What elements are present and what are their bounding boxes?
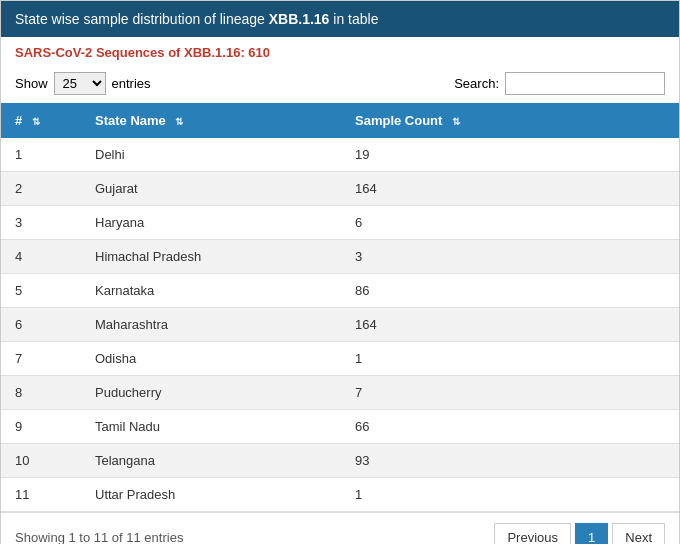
header-row: # ⇅ State Name ⇅ Sample Count ⇅ [1, 103, 679, 138]
cell-count: 164 [341, 172, 679, 206]
cell-state: Puducherry [81, 376, 341, 410]
title-suffix: in table [329, 11, 378, 27]
table-body: 1 Delhi 19 2 Gujarat 164 3 Haryana 6 4 H… [1, 138, 679, 512]
show-label: Show [15, 76, 48, 91]
table-row: 9 Tamil Nadu 66 [1, 410, 679, 444]
cell-state: Haryana [81, 206, 341, 240]
table-row: 7 Odisha 1 [1, 342, 679, 376]
page-1-button[interactable]: 1 [575, 523, 608, 544]
table-row: 1 Delhi 19 [1, 138, 679, 172]
search-input[interactable] [505, 72, 665, 95]
table-row: 4 Himachal Pradesh 3 [1, 240, 679, 274]
cell-num: 7 [1, 342, 81, 376]
data-table: # ⇅ State Name ⇅ Sample Count ⇅ 1 Delhi … [1, 103, 679, 512]
table-header: # ⇅ State Name ⇅ Sample Count ⇅ [1, 103, 679, 138]
cell-num: 3 [1, 206, 81, 240]
search-label: Search: [454, 76, 499, 91]
cell-num: 1 [1, 138, 81, 172]
cell-state: Telangana [81, 444, 341, 478]
cell-state: Uttar Pradesh [81, 478, 341, 512]
cell-num: 2 [1, 172, 81, 206]
cell-num: 9 [1, 410, 81, 444]
cell-state: Gujarat [81, 172, 341, 206]
title-prefix: State wise sample distribution of lineag… [15, 11, 269, 27]
table-row: 8 Puducherry 7 [1, 376, 679, 410]
cell-state: Himachal Pradesh [81, 240, 341, 274]
cell-count: 1 [341, 342, 679, 376]
cell-count: 6 [341, 206, 679, 240]
main-container: State wise sample distribution of lineag… [0, 0, 680, 544]
cell-state: Maharashtra [81, 308, 341, 342]
lineage-name: XBB.1.16 [269, 11, 330, 27]
sort-icon-count: ⇅ [452, 116, 460, 127]
cell-state: Karnataka [81, 274, 341, 308]
table-row: 11 Uttar Pradesh 1 [1, 478, 679, 512]
cell-num: 6 [1, 308, 81, 342]
sequences-label: SARS-CoV-2 Sequences of XBB.1.16: 610 [15, 45, 665, 60]
sort-icon-state: ⇅ [175, 116, 183, 127]
cell-num: 5 [1, 274, 81, 308]
title-bar: State wise sample distribution of lineag… [1, 1, 679, 37]
show-entries-group: Show 102550100 entries [15, 72, 151, 95]
entries-label: entries [112, 76, 151, 91]
cell-num: 11 [1, 478, 81, 512]
cell-num: 10 [1, 444, 81, 478]
cell-count: 66 [341, 410, 679, 444]
showing-label: Showing 1 to 11 of 11 entries [15, 530, 183, 544]
next-button[interactable]: Next [612, 523, 665, 544]
search-box: Search: [454, 72, 665, 95]
cell-state: Delhi [81, 138, 341, 172]
cell-count: 86 [341, 274, 679, 308]
table-row: 3 Haryana 6 [1, 206, 679, 240]
cell-count: 3 [341, 240, 679, 274]
previous-button[interactable]: Previous [494, 523, 571, 544]
table-row: 10 Telangana 93 [1, 444, 679, 478]
cell-count: 19 [341, 138, 679, 172]
table-row: 5 Karnataka 86 [1, 274, 679, 308]
cell-state: Odisha [81, 342, 341, 376]
pagination: Previous 1 Next [494, 523, 665, 544]
cell-num: 8 [1, 376, 81, 410]
sort-icon-num: ⇅ [32, 116, 40, 127]
cell-num: 4 [1, 240, 81, 274]
col-header-num[interactable]: # ⇅ [1, 103, 81, 138]
table-row: 6 Maharashtra 164 [1, 308, 679, 342]
cell-count: 7 [341, 376, 679, 410]
controls-top: SARS-CoV-2 Sequences of XBB.1.16: 610 [1, 37, 679, 68]
show-entries-select[interactable]: 102550100 [54, 72, 106, 95]
cell-state: Tamil Nadu [81, 410, 341, 444]
cell-count: 93 [341, 444, 679, 478]
controls-mid: Show 102550100 entries Search: [1, 68, 679, 103]
cell-count: 164 [341, 308, 679, 342]
col-header-count[interactable]: Sample Count ⇅ [341, 103, 679, 138]
col-header-state[interactable]: State Name ⇅ [81, 103, 341, 138]
cell-count: 1 [341, 478, 679, 512]
footer-row: Showing 1 to 11 of 11 entries Previous 1… [1, 512, 679, 544]
table-row: 2 Gujarat 164 [1, 172, 679, 206]
